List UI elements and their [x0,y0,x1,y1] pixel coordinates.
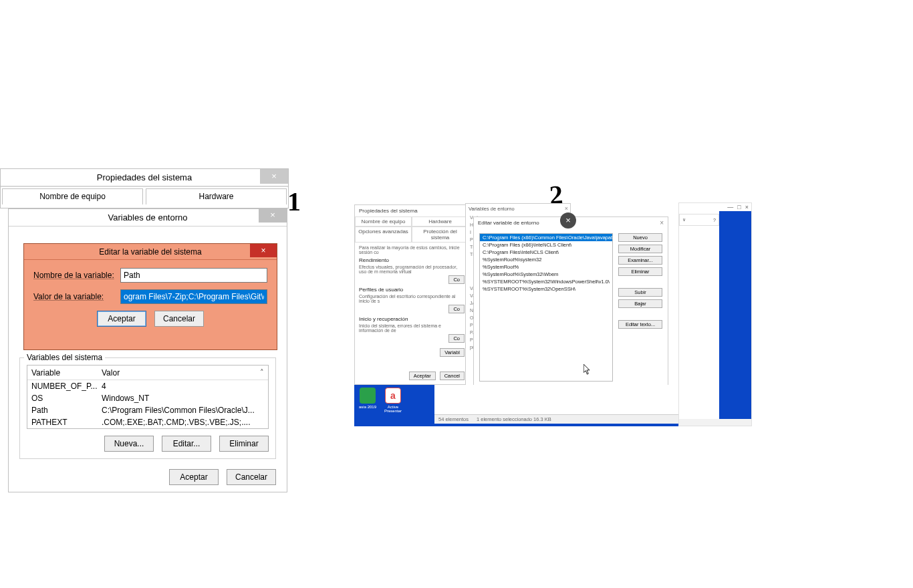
list-item[interactable]: %SystemRoot% [480,263,612,271]
path-list[interactable]: C:\Program Files (x86)\Common Files\Orac… [479,233,613,382]
table-row[interactable]: OS Windows_NT [27,392,268,404]
window-environment-variables: Variables de entorno × Editar la variabl… [8,208,287,492]
title-text: Editar la variable del sistema [99,247,201,257]
cell-variable: OS [27,394,98,403]
close-icon[interactable]: × [745,204,749,210]
tab-advanced-options[interactable]: Opciones avanzadas [355,227,412,242]
status-selection: 1 elemento seleccionado 16.3 KB [477,416,551,422]
label-variable-name: Nombre de la variable: [33,271,120,280]
titlebar-env-vars[interactable]: Variables de entorno × [9,209,287,227]
title-text: Propiedades del sistema [355,205,469,216]
list-item[interactable]: C:\Program Files (x86)\Common Files\Orac… [480,234,612,241]
explorer-content [679,227,719,419]
ok-button[interactable]: Aceptar [169,469,219,485]
list-item[interactable]: C:\Program Files\Intel\iCLS Client\ [480,249,612,256]
label-variable-value: Valor de la variable: [33,292,120,301]
minimize-icon[interactable]: — [727,204,733,210]
explorer-status-bar: 54 elementos 1 elemento seleccionado 16.… [434,414,709,424]
input-variable-name[interactable] [120,268,267,283]
app-icon: a [385,388,401,404]
desktop-icon[interactable]: a Active Presenter [382,388,404,413]
input-variable-value[interactable] [120,289,267,304]
close-icon[interactable]: × [259,208,287,223]
dialog-edit-system-variable: Editar la variable del sistema × Nombre … [23,243,277,350]
scroll-up-icon[interactable]: ˄ [260,368,264,377]
down-button[interactable]: Bajar [618,299,662,308]
heading-startup-recovery: Inicio y recuperación [359,316,465,322]
close-icon[interactable]: × [660,219,664,227]
heading-performance: Rendimiento [359,257,465,263]
annotation-label-1: 1 [287,186,301,217]
config-button[interactable]: Co [448,334,465,343]
cell-variable: PATHEXT [27,418,98,427]
close-icon[interactable]: × [260,169,288,184]
tab-hardware[interactable]: Hardware [412,216,469,226]
desktop-blue-area [719,211,751,419]
group-title: Variables del sistema [24,353,105,362]
explorer-window-fragment [434,385,709,414]
heading-user-profiles: Perfiles de usuario [359,287,465,293]
config-button[interactable]: Co [448,305,465,313]
cancel-button[interactable]: Cancelar [154,311,204,327]
tab-system-protection[interactable]: Protección del sistema [412,227,469,242]
close-icon[interactable]: × [565,205,568,212]
delete-button[interactable]: Eliminar [618,267,662,276]
cell-value: Windows_NT [98,394,268,403]
title-label: Variables de entorno [469,206,515,212]
modify-button[interactable]: Modificar [618,245,662,253]
text-user-profiles: Configuración del escritorio correspondi… [359,294,465,303]
tab-computer-name[interactable]: Nombre de equipo [2,188,143,204]
edit-button[interactable]: Editar... [162,436,211,452]
list-item[interactable]: %SystemRoot%\system32 [480,256,612,263]
dialog-edit-env-variable: Editar variable de entorno × C:\Program … [473,216,668,404]
table-row[interactable]: Path C:\Program Files\Common Files\Oracl… [27,404,268,416]
title-text: Variables de entorno [108,212,187,223]
status-bar-fragment [679,419,751,426]
new-button[interactable]: Nueva... [104,436,154,452]
desktop-right-fragment: — □ × ∨ ? [678,202,752,426]
titlebar-edit-variable[interactable]: Editar la variable del sistema × [24,244,277,260]
list-item[interactable]: C:\Program Files (x86)\Intel\iCLS Client… [480,241,612,249]
ok-button[interactable]: Aceptar [97,311,146,327]
tabs-row: Nombre de equipo Hardware [1,186,288,204]
text-performance: Efectos visuales, programación del proce… [359,265,465,274]
column-header-variable[interactable]: Variable [27,368,98,378]
app-icon [360,388,376,404]
explorer-toolbar: ∨ ? [679,214,719,226]
cancel-button[interactable]: Cancel [440,372,465,380]
close-badge-icon[interactable]: × [560,212,576,229]
maximize-icon[interactable]: □ [737,204,741,210]
new-button[interactable]: Nuevo [618,233,662,242]
column-header-value[interactable]: Valor [98,368,268,378]
titlebar-system-properties[interactable]: Propiedades del sistema × [1,169,288,186]
table-row[interactable]: NUMBER_OF_P... 4 [27,380,268,392]
tab-computer-name[interactable]: Nombre de equipo [355,216,412,226]
status-item-count: 54 elementos [438,416,469,422]
group-system-variables: Variables del sistema Variable Valor ˄ N… [19,357,276,459]
cell-variable: Path [27,406,98,415]
cell-value: .COM;.EXE;.BAT;.CMD;.VBS;.VBE;.JS;.... [98,418,268,427]
list-item[interactable]: %SystemRoot%\System32\Wbem [480,271,612,278]
list-item[interactable]: %SYSTEMROOT%\System32\OpenSSH\ [480,285,612,293]
env-vars-button[interactable]: Variabl [440,348,465,357]
icon-label: Active Presenter [382,405,404,413]
close-icon[interactable]: × [250,244,277,257]
list-item[interactable]: %SYSTEMROOT%\System32\WindowsPowerShell\… [480,278,612,285]
edit-text-button[interactable]: Editar texto... [618,320,662,329]
config-button[interactable]: Co [448,275,465,284]
help-icon[interactable]: ? [713,218,716,223]
table-row[interactable]: PATHEXT .COM;.EXE;.BAT;.CMD;.VBS;.VBE;.J… [27,416,268,428]
window-system-properties-small: Propiedades del sistema Nombre de equipo… [354,204,469,385]
cell-variable: NUMBER_OF_P... [27,382,98,391]
window-system-properties: Propiedades del sistema × Nombre de equi… [0,168,289,208]
tab-hardware[interactable]: Hardware [146,188,287,204]
title-text: Propiedades del sistema [97,172,192,182]
cancel-button[interactable]: Cancelar [227,469,276,485]
up-button[interactable]: Subir [618,288,662,297]
table-system-variables[interactable]: Variable Valor ˄ NUMBER_OF_P... 4 OS Win… [27,365,269,429]
ok-button[interactable]: Aceptar [409,372,436,380]
desktop-icon[interactable]: asia 2019 [357,388,378,409]
window-controls: — □ × [679,203,751,211]
browse-button[interactable]: Examinar... [618,256,662,265]
delete-button[interactable]: Eliminar [219,436,269,452]
